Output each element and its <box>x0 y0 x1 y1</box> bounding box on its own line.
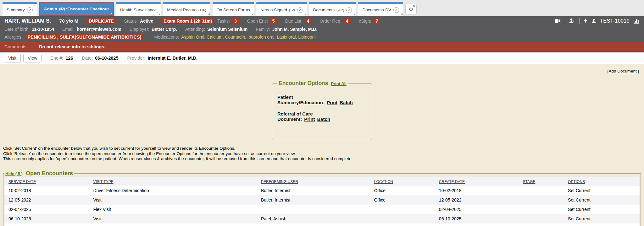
tab-on-screen-forms[interactable]: On Screen Forms <box>213 2 254 16</box>
medication-link[interactable]: Calcium <box>207 35 225 40</box>
pipe: | <box>607 69 608 73</box>
dob-field: Date of birth: 11-30-1954 <box>4 27 54 32</box>
allergies-badge[interactable]: PENICILLINS , SULFA(SULFONAMIDE ANTIBIOT… <box>25 34 144 40</box>
tab-summary[interactable]: Summary ↗ <box>3 2 37 16</box>
print-all-link[interactable]: Print All <box>331 81 347 86</box>
tab-label: On Screen Forms <box>217 8 250 12</box>
open-enc-field: Open Enc: 5 <box>247 18 277 24</box>
cell-performing-user <box>261 205 374 214</box>
tab-documents[interactable]: Documents (282) ↗ <box>309 2 356 16</box>
medication-link[interactable]: Lasix oral <box>277 35 298 40</box>
popout-icon[interactable]: ↗ <box>346 7 352 13</box>
referral-print-link[interactable]: Print <box>304 116 315 122</box>
tab-health-surveillance[interactable]: Health Surveillance <box>116 2 161 16</box>
popout-icon[interactable]: ↗ <box>27 7 33 13</box>
tab-documents-dv[interactable]: Documents-DV ↗ <box>358 2 403 16</box>
col-options[interactable]: OPTIONS <box>568 177 640 186</box>
order-req-count-badge[interactable]: 4 <box>344 18 351 24</box>
patient-header-row-1: HART, WILLIAM S. 70 y/o M DUPLICATE Stat… <box>4 17 640 25</box>
encounter-toolbar: Visit View Enc #: 126 Date: 06-10-2025 P… <box>0 52 644 64</box>
instructions: Click 'Set Current' on the encounter bel… <box>3 146 644 162</box>
cell-location: Office <box>374 186 439 195</box>
order-req-label: Order Req: <box>320 19 341 24</box>
tab-admin-encounter-checkout[interactable]: Admin (42) :Encounter Checkout <box>39 2 114 16</box>
cell-performing-user: Patel, Ashish <box>261 214 374 223</box>
popout-icon[interactable]: ↗ <box>393 7 399 13</box>
enc-date-label: Date: <box>82 56 93 61</box>
encounter-options-legend: Encounter Options Print All <box>277 80 348 87</box>
patient-summary-print-link[interactable]: Print <box>327 100 337 105</box>
col-performing-user[interactable]: PERFORMING USER <box>261 177 374 186</box>
cell-location <box>374 205 439 214</box>
cell-visit-type: Visit <box>93 214 261 223</box>
col-create-date[interactable]: CREATE DATE <box>439 177 523 186</box>
tab-medical-record[interactable]: Medical Record (176) <box>163 2 210 16</box>
release-link[interactable]: Release <box>568 223 640 226</box>
patient-summary-batch-link[interactable]: Batch <box>340 100 353 105</box>
cell-create-date: 06-10-2025 <box>439 214 523 223</box>
divider <box>565 18 565 24</box>
tab-settings-button[interactable]: ⚙ ⚙ <box>405 4 417 14</box>
open-encounters-table: SERVICE DATE VISIT TYPE PERFORMING USER … <box>4 177 640 226</box>
person-icon[interactable] <box>591 19 596 23</box>
enc-provider-value: Internist E. Butler, M.D. <box>147 56 197 61</box>
add-document-line: | Add Document | <box>0 64 644 73</box>
cell-performing-user: Butler, Internist <box>261 186 374 195</box>
encounter-options-panel: Encounter Options Print All Patient Summ… <box>272 80 372 140</box>
lightning-bolt-icon[interactable] <box>584 18 587 24</box>
patient-header-row-2: Date of birth: 11-30-1954 Email: horner@… <box>4 25 640 33</box>
cell-visit-type: Visit <box>93 223 261 226</box>
col-visit-type[interactable]: VISIT TYPE <box>93 177 261 186</box>
tasks-label: Tasks: <box>217 19 230 24</box>
duplicate-badge[interactable]: DUPLICATE <box>86 18 116 24</box>
medication-link[interactable]: Lisinopril <box>298 35 315 40</box>
patient-summary-row: Patient Summary/Education:PrintBatch <box>277 94 367 105</box>
cell-create-date: 02-04-2025 <box>439 205 523 214</box>
employer-label: Employer: <box>130 27 149 32</box>
cell-stage <box>523 223 568 226</box>
due-list-count-badge[interactable]: 4 <box>305 18 312 24</box>
attending-field: Attending: Selenium Selenium <box>185 27 247 32</box>
due-list-field: Due List: 4 <box>285 18 312 24</box>
video-camera-icon[interactable] <box>555 19 561 23</box>
set-current-link[interactable]: Set Current <box>568 195 640 205</box>
patient-name: HART, WILLIAM S. <box>4 18 51 24</box>
tab-count: (282) <box>336 8 344 12</box>
referral-batch-link[interactable]: Batch <box>317 116 330 122</box>
dob-value: 11-30-1954 <box>32 27 54 32</box>
hide-link[interactable]: Hide ( 5 ) <box>5 171 23 176</box>
add-document-link[interactable]: Add Document <box>608 69 636 73</box>
medication-link[interactable]: Aspirin Oral <box>181 35 207 40</box>
cell-create-date: 06-10-2025 <box>439 223 523 226</box>
employer-value: Better Corp. <box>152 27 177 32</box>
instruction-line: Click 'Set Current' on the encounter bel… <box>3 146 644 151</box>
tab-needs-signed[interactable]: Needs Signed (12) ↗ <box>256 2 307 16</box>
open-encounters-panel: Hide ( 5 ) Open Encounters SERVICE DATE … <box>3 170 641 226</box>
tab-label: Documents-DV <box>362 8 391 12</box>
view-button[interactable]: View <box>23 54 42 62</box>
flowsheet-chart-icon[interactable] <box>634 18 640 24</box>
medication-link[interactable]: Coumadin <box>225 35 247 40</box>
esign-count-badge[interactable]: 7 <box>373 18 380 24</box>
table-row: 06-10-2025 Visit Butler, Internist Offic… <box>4 223 640 226</box>
visit-button[interactable]: Visit <box>4 54 21 62</box>
tab-count: (12) <box>289 8 295 12</box>
popout-icon[interactable]: ↗ <box>297 7 303 13</box>
set-current-link[interactable]: Set Current <box>568 186 640 195</box>
set-current-link[interactable]: Set Current <box>568 205 640 214</box>
tasks-count-badge[interactable]: 3 <box>232 18 239 24</box>
cell-create-date: 12-05-2022 <box>439 195 523 205</box>
open-enc-count-badge[interactable]: 5 <box>270 18 277 24</box>
set-current-link[interactable]: Set Current <box>568 214 640 223</box>
main-content: | Add Document | Encounter Options Print… <box>0 64 644 226</box>
referral-of-care-row: Referral of Care Document:PrintBatch <box>277 111 367 122</box>
add-person-icon[interactable] <box>569 18 575 24</box>
table-row: 12-05-2022 Visit Butler, Internist Offic… <box>4 195 640 205</box>
medication-link[interactable]: ibuprofen oral <box>247 35 277 40</box>
exam-room-badge[interactable]: Exam Room 1 (2h 31m) <box>161 18 214 24</box>
col-stage[interactable]: STAGE <box>523 177 568 186</box>
cell-service-date: 06-10-2025 <box>4 223 93 226</box>
col-service-date[interactable]: SERVICE DATE <box>4 177 93 186</box>
col-location[interactable]: LOCATION <box>374 177 439 186</box>
cell-visit-type: Visit <box>93 195 261 205</box>
